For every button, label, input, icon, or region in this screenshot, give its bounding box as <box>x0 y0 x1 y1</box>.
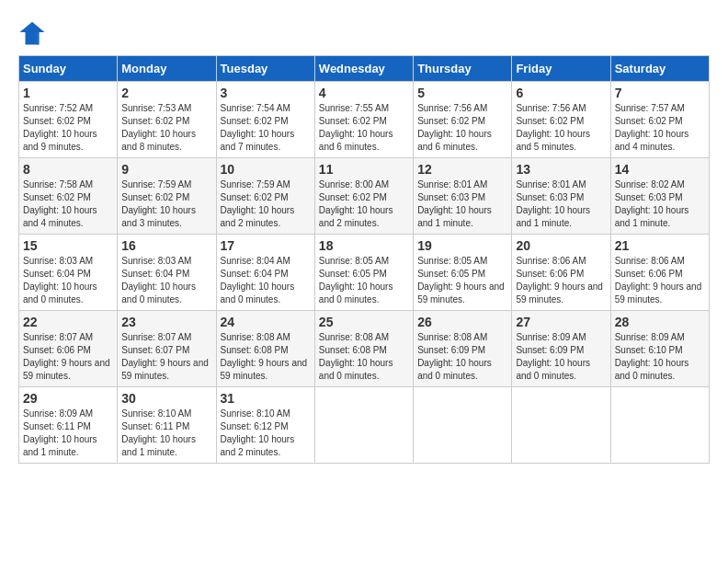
day-info: Sunrise: 8:01 AMSunset: 6:03 PMDaylight:… <box>516 178 606 230</box>
weekday-monday: Monday <box>118 56 216 82</box>
day-info: Sunrise: 8:06 AMSunset: 6:06 PMDaylight:… <box>516 255 606 306</box>
weekday-saturday: Saturday <box>610 56 709 82</box>
day-cell-17: 17Sunrise: 8:04 AMSunset: 6:04 PMDayligh… <box>216 235 314 311</box>
day-cell-18: 18Sunrise: 8:05 AMSunset: 6:05 PMDayligh… <box>314 235 413 311</box>
day-info: Sunrise: 8:09 AMSunset: 6:11 PMDaylight:… <box>23 408 113 459</box>
day-cell-1: 1Sunrise: 7:52 AMSunset: 6:02 PMDaylight… <box>19 82 118 158</box>
day-number: 7 <box>615 86 705 100</box>
day-number: 14 <box>615 162 705 177</box>
day-info: Sunrise: 7:59 AMSunset: 6:02 PMDaylight:… <box>221 178 311 230</box>
weekday-wednesday: Wednesday <box>314 56 413 82</box>
day-info: Sunrise: 7:54 AMSunset: 6:02 PMDaylight:… <box>221 102 311 154</box>
logo-icon <box>18 18 46 46</box>
page-header <box>18 18 710 46</box>
day-number: 23 <box>121 315 211 329</box>
day-cell-7: 7Sunrise: 7:57 AMSunset: 6:02 PMDaylight… <box>610 82 709 158</box>
day-cell-29: 29Sunrise: 8:09 AMSunset: 6:11 PMDayligh… <box>19 387 118 464</box>
day-number: 10 <box>221 162 311 177</box>
day-number: 19 <box>417 238 507 253</box>
day-info: Sunrise: 8:03 AMSunset: 6:04 PMDaylight:… <box>121 255 211 306</box>
day-info: Sunrise: 8:08 AMSunset: 6:08 PMDaylight:… <box>319 331 409 383</box>
weekday-header-row: SundayMondayTuesdayWednesdayThursdayFrid… <box>19 56 710 82</box>
day-cell-23: 23Sunrise: 8:07 AMSunset: 6:07 PMDayligh… <box>118 311 216 387</box>
day-info: Sunrise: 8:02 AMSunset: 6:03 PMDaylight:… <box>615 178 705 230</box>
day-number: 11 <box>319 162 409 177</box>
day-number: 12 <box>417 162 507 177</box>
day-number: 20 <box>516 238 606 253</box>
calendar-table: SundayMondayTuesdayWednesdayThursdayFrid… <box>18 55 710 464</box>
empty-cell <box>512 387 610 464</box>
day-cell-12: 12Sunrise: 8:01 AMSunset: 6:03 PMDayligh… <box>414 158 512 235</box>
day-info: Sunrise: 8:08 AMSunset: 6:08 PMDaylight:… <box>221 331 311 383</box>
day-info: Sunrise: 7:58 AMSunset: 6:02 PMDaylight:… <box>23 178 113 230</box>
day-number: 24 <box>221 315 311 329</box>
day-number: 18 <box>319 238 409 253</box>
weekday-tuesday: Tuesday <box>216 56 314 82</box>
day-number: 25 <box>319 315 409 329</box>
day-number: 29 <box>23 391 113 406</box>
day-cell-20: 20Sunrise: 8:06 AMSunset: 6:06 PMDayligh… <box>512 235 610 311</box>
day-number: 30 <box>121 391 211 406</box>
day-cell-19: 19Sunrise: 8:05 AMSunset: 6:05 PMDayligh… <box>414 235 512 311</box>
day-number: 5 <box>417 86 507 100</box>
day-info: Sunrise: 7:53 AMSunset: 6:02 PMDaylight:… <box>121 102 211 154</box>
day-number: 4 <box>319 86 409 100</box>
day-number: 13 <box>516 162 606 177</box>
day-info: Sunrise: 8:00 AMSunset: 6:02 PMDaylight:… <box>319 178 409 230</box>
day-cell-6: 6Sunrise: 7:56 AMSunset: 6:02 PMDaylight… <box>512 82 610 158</box>
day-number: 26 <box>417 315 507 329</box>
day-cell-15: 15Sunrise: 8:03 AMSunset: 6:04 PMDayligh… <box>19 235 118 311</box>
day-info: Sunrise: 8:01 AMSunset: 6:03 PMDaylight:… <box>417 178 507 230</box>
day-cell-11: 11Sunrise: 8:00 AMSunset: 6:02 PMDayligh… <box>314 158 413 235</box>
day-info: Sunrise: 8:07 AMSunset: 6:06 PMDaylight:… <box>23 331 113 383</box>
day-cell-8: 8Sunrise: 7:58 AMSunset: 6:02 PMDaylight… <box>19 158 118 235</box>
week-row-1: 1Sunrise: 7:52 AMSunset: 6:02 PMDaylight… <box>19 82 710 158</box>
day-info: Sunrise: 8:10 AMSunset: 6:11 PMDaylight:… <box>121 408 211 459</box>
day-cell-2: 2Sunrise: 7:53 AMSunset: 6:02 PMDaylight… <box>118 82 216 158</box>
weekday-sunday: Sunday <box>19 56 118 82</box>
day-number: 27 <box>516 315 606 329</box>
day-cell-24: 24Sunrise: 8:08 AMSunset: 6:08 PMDayligh… <box>216 311 314 387</box>
week-row-3: 15Sunrise: 8:03 AMSunset: 6:04 PMDayligh… <box>19 235 710 311</box>
day-cell-28: 28Sunrise: 8:09 AMSunset: 6:10 PMDayligh… <box>610 311 709 387</box>
day-info: Sunrise: 8:08 AMSunset: 6:09 PMDaylight:… <box>417 331 507 383</box>
day-cell-30: 30Sunrise: 8:10 AMSunset: 6:11 PMDayligh… <box>118 387 216 464</box>
week-row-2: 8Sunrise: 7:58 AMSunset: 6:02 PMDaylight… <box>19 158 710 235</box>
day-number: 28 <box>615 315 705 329</box>
day-cell-31: 31Sunrise: 8:10 AMSunset: 6:12 PMDayligh… <box>216 387 314 464</box>
day-cell-21: 21Sunrise: 8:06 AMSunset: 6:06 PMDayligh… <box>610 235 709 311</box>
day-number: 21 <box>615 238 705 253</box>
day-cell-10: 10Sunrise: 7:59 AMSunset: 6:02 PMDayligh… <box>216 158 314 235</box>
weekday-thursday: Thursday <box>414 56 512 82</box>
empty-cell <box>314 387 413 464</box>
day-info: Sunrise: 7:59 AMSunset: 6:02 PMDaylight:… <box>121 178 211 230</box>
day-cell-9: 9Sunrise: 7:59 AMSunset: 6:02 PMDaylight… <box>118 158 216 235</box>
day-number: 22 <box>23 315 113 329</box>
day-info: Sunrise: 7:56 AMSunset: 6:02 PMDaylight:… <box>417 102 507 154</box>
week-row-4: 22Sunrise: 8:07 AMSunset: 6:06 PMDayligh… <box>19 311 710 387</box>
empty-cell <box>610 387 709 464</box>
day-info: Sunrise: 8:04 AMSunset: 6:04 PMDaylight:… <box>221 255 311 306</box>
day-number: 9 <box>121 162 211 177</box>
day-cell-22: 22Sunrise: 8:07 AMSunset: 6:06 PMDayligh… <box>19 311 118 387</box>
logo <box>18 18 50 46</box>
day-info: Sunrise: 8:09 AMSunset: 6:10 PMDaylight:… <box>615 331 705 383</box>
day-info: Sunrise: 8:03 AMSunset: 6:04 PMDaylight:… <box>23 255 113 306</box>
day-number: 1 <box>23 86 113 100</box>
day-cell-26: 26Sunrise: 8:08 AMSunset: 6:09 PMDayligh… <box>414 311 512 387</box>
empty-cell <box>414 387 512 464</box>
day-info: Sunrise: 8:05 AMSunset: 6:05 PMDaylight:… <box>319 255 409 306</box>
day-number: 8 <box>23 162 113 177</box>
day-info: Sunrise: 8:09 AMSunset: 6:09 PMDaylight:… <box>516 331 606 383</box>
day-number: 17 <box>221 238 311 253</box>
day-cell-5: 5Sunrise: 7:56 AMSunset: 6:02 PMDaylight… <box>414 82 512 158</box>
day-cell-13: 13Sunrise: 8:01 AMSunset: 6:03 PMDayligh… <box>512 158 610 235</box>
day-info: Sunrise: 7:55 AMSunset: 6:02 PMDaylight:… <box>319 102 409 154</box>
day-number: 16 <box>121 238 211 253</box>
day-number: 31 <box>221 391 311 406</box>
day-info: Sunrise: 7:57 AMSunset: 6:02 PMDaylight:… <box>615 102 705 154</box>
day-number: 15 <box>23 238 113 253</box>
day-info: Sunrise: 8:07 AMSunset: 6:07 PMDaylight:… <box>121 331 211 383</box>
week-row-5: 29Sunrise: 8:09 AMSunset: 6:11 PMDayligh… <box>19 387 710 464</box>
day-cell-4: 4Sunrise: 7:55 AMSunset: 6:02 PMDaylight… <box>314 82 413 158</box>
